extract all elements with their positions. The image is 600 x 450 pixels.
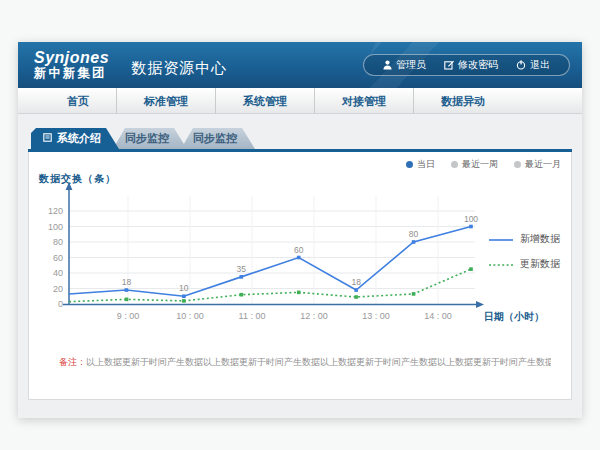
main-nav: 首页 标准管理 系统管理 对接管理 数据异动: [18, 88, 582, 114]
nav-item-interface-mgmt[interactable]: 对接管理: [314, 88, 413, 114]
svg-text:100: 100: [464, 214, 478, 224]
tab-sync-monitor-1[interactable]: 同步监控: [113, 128, 187, 149]
logout-button[interactable]: 退出: [507, 58, 559, 72]
svg-text:80: 80: [53, 237, 63, 247]
svg-text:120: 120: [48, 206, 63, 216]
footnote-prefix: 备注：: [59, 357, 86, 367]
svg-text:12 : 00: 12 : 00: [300, 311, 328, 321]
svg-text:10 : 00: 10 : 00: [176, 311, 204, 321]
tab-sync-monitor-2-label: 同步监控: [193, 132, 237, 144]
nav-item-home[interactable]: 首页: [40, 88, 116, 114]
radio-unselected-icon: [514, 161, 521, 168]
chart-legend: 新增数据 更新数据: [489, 232, 560, 271]
radio-unselected-icon: [451, 161, 458, 168]
nav-item-standard-mgmt[interactable]: 标准管理: [116, 88, 215, 114]
tab-sync-monitor-1-label: 同步监控: [125, 132, 169, 144]
edit-icon: [444, 60, 454, 70]
logout-label: 退出: [530, 58, 550, 72]
svg-text:18: 18: [122, 277, 132, 287]
legend-updated-data: 更新数据: [489, 257, 560, 271]
chart-panel: 当日 最近一周 最近一月 数据交换（条） 日期（小时） 9 : 0010 : 0…: [28, 152, 572, 400]
svg-text:9 : 00: 9 : 00: [117, 311, 140, 321]
admin-user-button[interactable]: 管理员: [374, 58, 435, 72]
page-title: 数据资源中心: [131, 59, 227, 78]
user-toolbar: 管理员 修改密码 退出: [363, 54, 570, 76]
desktop-background: { "theme": { "header_blue": "#1a5f93", "…: [0, 0, 600, 450]
svg-text:20: 20: [53, 284, 63, 294]
svg-text:10: 10: [179, 283, 189, 293]
logo-text-en: Synjones: [34, 50, 109, 67]
footnote-text: 以上数据更新于时间产生数据以上数据更新于时间产生数据以上数据更新于时间产生数据以…: [86, 357, 551, 367]
tab-system-intro[interactable]: 系统介绍: [31, 128, 119, 149]
solid-line-icon: [489, 234, 513, 245]
tab-system-intro-label: 系统介绍: [57, 128, 101, 149]
svg-text:18: 18: [351, 277, 361, 287]
footnote: 备注：以上数据更新于时间产生数据以上数据更新于时间产生数据以上数据更新于时间产生…: [59, 356, 551, 369]
svg-text:60: 60: [53, 253, 63, 263]
svg-text:0: 0: [58, 299, 63, 309]
logo-text-cn: 新中新集团: [34, 67, 109, 80]
svg-text:11 : 00: 11 : 00: [239, 311, 266, 321]
tab-strip: 系统介绍 同步监控 同步监控: [31, 128, 572, 149]
dotted-line-icon: [489, 259, 513, 270]
svg-text:35: 35: [237, 264, 247, 274]
svg-text:60: 60: [294, 245, 304, 255]
change-password-label: 修改密码: [458, 58, 498, 72]
legend-updated-data-label: 更新数据: [520, 257, 560, 271]
app-window: Synjones 新中新集团 数据资源中心 管理员 修改密码 退出: [18, 42, 582, 418]
app-header: Synjones 新中新集团 数据资源中心 管理员 修改密码 退出: [18, 42, 582, 88]
content-area: 系统介绍 同步监控 同步监控 当日 最近一周: [18, 114, 582, 417]
user-icon: [383, 60, 392, 70]
document-icon: [43, 128, 52, 149]
admin-user-label: 管理员: [396, 58, 426, 72]
svg-text:13 : 00: 13 : 00: [362, 311, 390, 321]
power-icon: [516, 60, 526, 70]
company-logo: Synjones 新中新集团: [34, 50, 109, 80]
legend-new-data: 新增数据: [489, 232, 560, 246]
tab-sync-monitor-2[interactable]: 同步监控: [181, 128, 255, 149]
legend-new-data-label: 新增数据: [520, 232, 560, 246]
change-password-button[interactable]: 修改密码: [435, 58, 507, 72]
nav-item-system-mgmt[interactable]: 系统管理: [215, 88, 314, 114]
svg-text:100: 100: [48, 222, 63, 232]
radio-selected-icon: [406, 161, 413, 168]
svg-text:80: 80: [409, 229, 419, 239]
svg-text:40: 40: [53, 268, 63, 278]
nav-item-data-change[interactable]: 数据异动: [413, 88, 512, 114]
svg-text:14 : 00: 14 : 00: [424, 311, 452, 321]
